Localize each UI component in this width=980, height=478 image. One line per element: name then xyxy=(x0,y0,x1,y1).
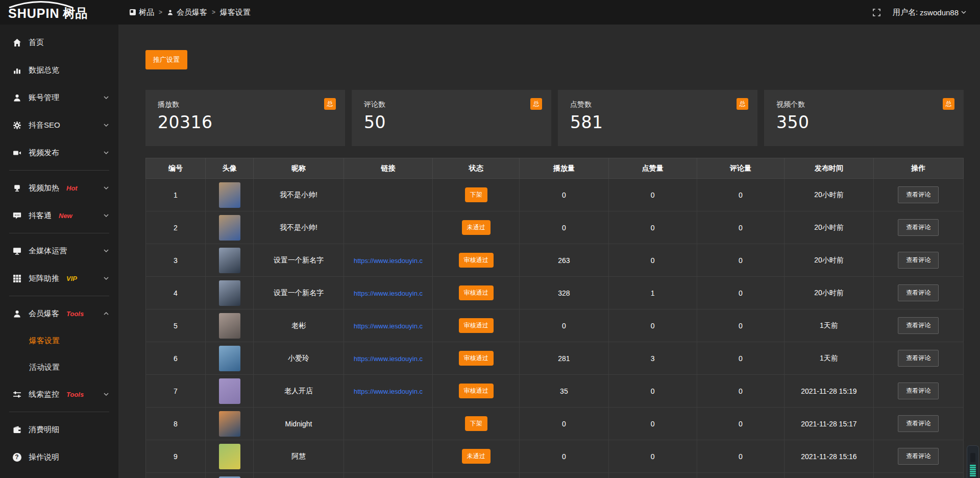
status-badge[interactable]: 审核通过 xyxy=(459,384,494,398)
view-comments-button[interactable]: 查看评论 xyxy=(898,284,939,301)
sidebar-item-grid[interactable]: 矩阵助推 VIP xyxy=(0,265,118,292)
sidebar-item-bar-chart[interactable]: 数据总览 xyxy=(0,56,118,84)
chevron-down-icon xyxy=(103,150,109,156)
sidebar-item-member[interactable]: 会员爆客 Tools xyxy=(0,300,118,327)
chevron-down-icon xyxy=(103,275,109,281)
sidebar-item-question[interactable]: ? 操作说明 xyxy=(0,443,118,471)
view-comments-button[interactable]: 查看评论 xyxy=(898,252,939,269)
cell-id: 9 xyxy=(146,440,206,473)
stat-card: 播放数 20316 总 xyxy=(145,90,345,146)
floating-widget[interactable] xyxy=(967,445,979,478)
table-row: 7 老人开店 https://www.iesdouyin.c 审核通过 35 0… xyxy=(146,375,964,408)
promo-settings-button[interactable]: 推广设置 xyxy=(145,50,187,69)
chevron-down-icon xyxy=(103,122,109,128)
cell-time: 1天前 xyxy=(785,342,874,375)
avatar xyxy=(219,280,240,306)
status-badge[interactable]: 审核通过 xyxy=(459,253,494,268)
view-comments-button[interactable]: 查看评论 xyxy=(898,350,939,367)
sidebar-item-monitor[interactable]: 全媒体运营 xyxy=(0,237,118,265)
video-link[interactable]: https://www.iesdouyin.c xyxy=(354,290,423,297)
sidebar-badge: VIP xyxy=(66,275,77,282)
cell-time: 2021-11-28 15:16 xyxy=(785,440,874,473)
video-link[interactable]: https://www.iesdouyin.c xyxy=(354,388,423,395)
view-comments-button[interactable]: 查看评论 xyxy=(898,448,939,465)
stat-value: 581 xyxy=(570,112,745,132)
cell-comments: 0 xyxy=(697,309,784,342)
grid-icon xyxy=(12,274,21,283)
fullscreen-icon[interactable] xyxy=(873,9,880,16)
gear-icon xyxy=(12,121,21,130)
video-link[interactable]: https://www.iesdouyin.c xyxy=(354,257,423,265)
sidebar-subitem[interactable]: 活动设置 xyxy=(0,354,118,380)
column-header: 播放量 xyxy=(520,158,609,179)
bar-chart-icon xyxy=(12,65,21,75)
status-badge[interactable]: 下架 xyxy=(465,416,487,431)
view-comments-button[interactable]: 查看评论 xyxy=(898,186,939,203)
view-comments-button[interactable]: 查看评论 xyxy=(898,317,939,334)
cell-comments: 0 xyxy=(697,211,784,244)
total-badge: 总 xyxy=(737,98,748,110)
status-badge[interactable]: 下架 xyxy=(465,187,487,202)
breadcrumb-item[interactable]: 树品 xyxy=(130,8,154,17)
sidebar-item-user[interactable]: 账号管理 xyxy=(0,84,118,111)
avatar xyxy=(219,248,240,273)
status-badge[interactable]: 审核通过 xyxy=(459,351,494,366)
status-badge[interactable]: 未通过 xyxy=(462,220,491,235)
sidebar-item-video[interactable]: 视频发布 xyxy=(0,139,118,166)
stat-card: 视频个数 350 总 xyxy=(764,90,964,146)
username-label: 用户名: xyxy=(893,8,918,17)
column-header: 状态 xyxy=(433,158,520,179)
sidebar-badge: New xyxy=(59,212,72,220)
avatar xyxy=(219,476,240,478)
sidebar-item-sliders[interactable]: 线索监控 Tools xyxy=(0,380,118,408)
cell-id xyxy=(146,473,206,478)
video-link[interactable]: https://www.iesdouyin.c xyxy=(354,355,423,363)
table-row: 9 阿慧 未通过 0 0 0 2021-11-28 15:16 查看评论 xyxy=(146,440,964,473)
avatar xyxy=(219,378,240,404)
sidebar-item-gear[interactable]: 抖音SEO xyxy=(0,111,118,139)
sidebar-item-label: 账号管理 xyxy=(29,93,59,103)
breadcrumb-item[interactable]: 爆客设置 xyxy=(220,8,251,17)
cell-plays: 0 xyxy=(520,179,609,211)
view-comments-button[interactable]: 查看评论 xyxy=(898,219,939,236)
cell-plays: 0 xyxy=(520,211,609,244)
column-header: 头像 xyxy=(205,158,254,179)
question-icon: ? xyxy=(12,452,21,462)
cell-comments: 0 xyxy=(697,440,784,473)
column-header: 评论量 xyxy=(697,158,784,179)
video-link[interactable]: https://www.iesdouyin.c xyxy=(354,322,423,330)
avatar xyxy=(219,313,240,339)
view-comments-button[interactable]: 查看评论 xyxy=(898,383,939,399)
sidebar-item-home[interactable]: 首页 xyxy=(0,29,118,56)
sidebar-item-label: 视频发布 xyxy=(29,148,59,158)
stat-label: 点赞数 xyxy=(570,100,745,109)
status-badge[interactable]: 未通过 xyxy=(462,449,491,464)
cell-id: 6 xyxy=(146,342,206,375)
view-comments-button[interactable]: 查看评论 xyxy=(898,415,939,432)
sidebar-item-wallet[interactable]: 消费明细 xyxy=(0,416,118,443)
cell-plays: 0 xyxy=(520,408,609,440)
sidebar-item-label: 抖音SEO xyxy=(29,121,60,130)
user-menu[interactable]: 用户名: zswodun88 xyxy=(893,8,967,17)
breadcrumb-item[interactable]: 会员爆客 xyxy=(167,8,207,17)
stat-card: 点赞数 581 总 xyxy=(558,90,757,146)
column-header: 点赞量 xyxy=(608,158,697,179)
cell-id: 2 xyxy=(146,211,206,244)
stat-value: 50 xyxy=(364,112,539,132)
cell-time xyxy=(785,473,874,478)
member-icon xyxy=(12,309,21,318)
video-icon xyxy=(12,148,21,157)
cell-nickname: 小爱玲 xyxy=(254,342,344,375)
logo-arc xyxy=(7,1,75,8)
heater-icon xyxy=(12,183,21,193)
sidebar-item-heater[interactable]: 视频加热 Hot xyxy=(0,174,118,202)
status-badge[interactable]: 审核通过 xyxy=(459,318,494,333)
sidebar-item-chat[interactable]: 抖客通 New xyxy=(0,202,118,229)
stat-value: 20316 xyxy=(158,112,333,132)
status-badge[interactable]: 审核通过 xyxy=(459,285,494,300)
home-icon xyxy=(12,38,21,47)
cell-time: 1天前 xyxy=(785,309,874,342)
sidebar-subitem[interactable]: 爆客设置 xyxy=(0,327,118,354)
cell-likes: 1 xyxy=(608,277,697,309)
stat-value: 350 xyxy=(776,112,951,132)
